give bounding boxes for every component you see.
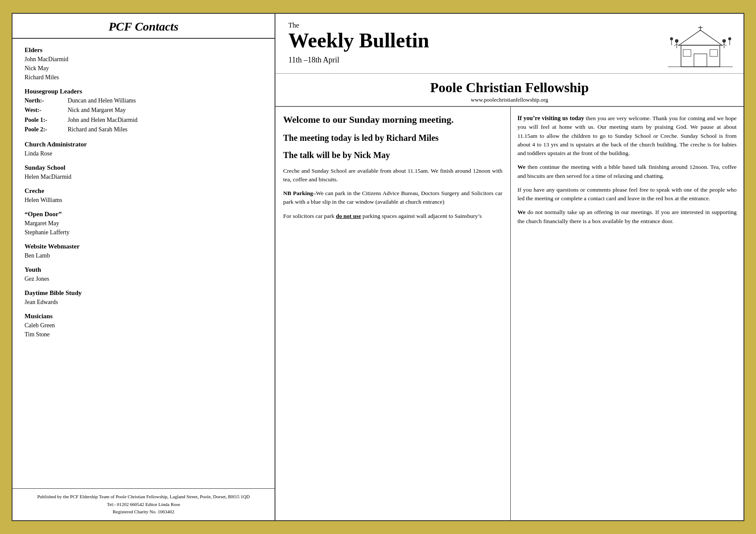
right-header: The Weekly Bulletin 11th –18th April [275, 14, 744, 74]
left-footer: Published by the PCF Eldership Team of P… [12, 488, 275, 520]
solicitors-text-post: parking spaces against wall adjacent to … [362, 213, 482, 219]
webmaster-section: Website Webmaster Ben Lamb [25, 243, 262, 260]
org-name: Poole Christian Fellowship [284, 80, 735, 96]
offering-para: We do not normally take up an offering i… [518, 208, 737, 226]
open-door-section: “Open Door” Margaret May Stephanie Laffe… [25, 211, 262, 237]
offering-text: do not normally take up an offering in o… [518, 209, 737, 224]
youth-section: Youth Gez Jones [25, 266, 262, 283]
footer-line3: Registered Charity No. 1063402 [21, 508, 266, 516]
left-body: Elders John MacDiarmid Nick May Richard … [12, 39, 275, 488]
open-door-name-1: Margaret May [25, 219, 262, 228]
creche-section: Creche Helen Williams [25, 187, 262, 205]
youth-name: Gez Jones [25, 274, 262, 283]
open-door-name-2: Stephanie Lafferty [25, 228, 262, 237]
svg-point-7 [675, 39, 678, 43]
right-header-text: The Weekly Bulletin 11th –18th April [288, 22, 666, 65]
bulletin-title: Weekly Bulletin [288, 29, 666, 52]
svg-line-14 [724, 44, 727, 46]
bible-study-title: Daytime Bible Study [25, 289, 262, 297]
open-door-title: “Open Door” [25, 211, 262, 218]
housegroup-label-poole1: Poole 1:- [25, 115, 68, 125]
creche-para: Creche and Sunday School are available f… [283, 167, 503, 184]
content-right: If you’re visiting us today then you are… [511, 107, 744, 520]
housegroup-label-poole2: Poole 2:- [25, 125, 68, 134]
do-not-use-label: do not use [336, 213, 361, 219]
elders-name-2: Nick May [25, 64, 262, 73]
webmaster-name: Ben Lamb [25, 251, 262, 260]
church-admin-name: Linda Rose [25, 149, 262, 158]
solicitors-para: For solicitors car park do not use parki… [283, 212, 503, 220]
housegroup-title: Housegroup Leaders [25, 88, 262, 95]
svg-point-15 [670, 37, 673, 40]
content-grid: Welcome to our Sunday morning meeting. T… [275, 106, 744, 520]
nb-label: NB Parking– [283, 190, 316, 196]
housegroup-value-poole1: John and Helen MacDiarmid [68, 115, 262, 125]
meeting-led: The meeting today is led by Richard Mile… [283, 132, 503, 143]
creche-name: Helen Williams [25, 196, 262, 205]
sunday-school-title: Sunday School [25, 164, 262, 171]
church-admin-title: Church Administrator [25, 141, 262, 148]
svg-point-11 [722, 39, 726, 43]
bible-study-section: Daytime Bible Study Jean Edwards [25, 289, 262, 307]
the-label: The [288, 22, 666, 29]
svg-rect-4 [694, 54, 707, 67]
visiting-heading: If you’re visiting us today [518, 115, 584, 121]
church-admin-section: Church Administrator Linda Rose [25, 141, 262, 158]
pcf-contacts-title: PCF Contacts [17, 20, 270, 34]
welcome-heading: Welcome to our Sunday morning meeting. [283, 114, 503, 126]
bible-study-name: Jean Edwards [25, 298, 262, 307]
elders-name-1: John MacDiarmid [25, 55, 262, 64]
housegroup-section: Housegroup Leaders North:- Duncan and He… [25, 88, 262, 135]
housegroup-label-west: West:- [25, 106, 68, 115]
housegroup-value-north: Duncan and Helen Williams [68, 96, 262, 106]
org-website: www.poolechristianfellowship.org [284, 96, 735, 103]
svg-line-9 [674, 44, 677, 46]
right-panel: The Weekly Bulletin 11th –18th April [275, 14, 744, 520]
parking-para: NB Parking–We can park in the Citizens A… [283, 189, 503, 207]
svg-rect-5 [683, 50, 691, 56]
church-logo-container [666, 22, 735, 69]
questions-para: If you have any questions or comments pl… [518, 186, 737, 203]
svg-marker-1 [679, 30, 722, 45]
musicians-name-2: Tim Stone [25, 330, 262, 339]
housegroup-table: North:- Duncan and Helen Williams West:-… [25, 96, 262, 135]
musicians-title: Musicians [25, 313, 262, 320]
elders-name-3: Richard Miles [25, 73, 262, 82]
left-header: PCF Contacts [12, 14, 275, 39]
we-bold-2: We [518, 209, 526, 215]
housegroup-value-poole2: Richard and Sarah Miles [68, 125, 262, 134]
org-title-section: Poole Christian Fellowship www.poolechri… [275, 74, 744, 106]
page-container: PCF Contacts Elders John MacDiarmid Nick… [12, 13, 744, 521]
elders-title: Elders [25, 47, 262, 54]
youth-title: Youth [25, 266, 262, 273]
left-panel: PCF Contacts Elders John MacDiarmid Nick… [12, 14, 275, 520]
we-bold-1: We [518, 164, 526, 170]
svg-point-17 [728, 37, 731, 40]
sunday-school-name: Helen MacDiarmid [25, 172, 262, 181]
housegroup-row-north: North:- Duncan and Helen Williams [25, 96, 262, 106]
housegroup-row-poole2: Poole 2:- Richard and Sarah Miles [25, 125, 262, 134]
date-range: 11th –18th April [288, 56, 666, 65]
visiting-para: If you’re visiting us today then you are… [518, 114, 737, 158]
content-left: Welcome to our Sunday morning meeting. T… [275, 107, 511, 520]
parking-text: We can park in the Citizens Advice Burea… [283, 190, 503, 205]
solicitors-text-pre: For solicitors car park [283, 213, 334, 219]
elders-section: Elders John MacDiarmid Nick May Richard … [25, 47, 262, 82]
creche-title: Creche [25, 187, 262, 195]
musicians-section: Musicians Caleb Green Tim Stone [25, 313, 262, 339]
housegroup-row-poole1: Poole 1:- John and Helen MacDiarmid [25, 115, 262, 125]
housegroup-row-west: West:- Nick and Margaret May [25, 106, 262, 115]
we-continue-text: then continue the meeting with a bible b… [518, 164, 737, 179]
webmaster-title: Website Webmaster [25, 243, 262, 250]
footer-line2: Tel:- 01202 660542 Editor Linda Rose [21, 501, 266, 509]
housegroup-value-west: Nick and Margaret May [68, 106, 262, 115]
svg-rect-6 [710, 50, 718, 56]
svg-rect-0 [681, 45, 720, 67]
church-logo-icon [668, 22, 733, 69]
footer-line1: Published by the PCF Eldership Team of P… [21, 493, 266, 501]
sunday-school-section: Sunday School Helen MacDiarmid [25, 164, 262, 181]
talk-heading: The talk will be by Nick May [283, 149, 503, 161]
musicians-name-1: Caleb Green [25, 321, 262, 330]
housegroup-label-north: North:- [25, 96, 68, 106]
we-continue-para: We then continue the meeting with a bibl… [518, 163, 737, 180]
